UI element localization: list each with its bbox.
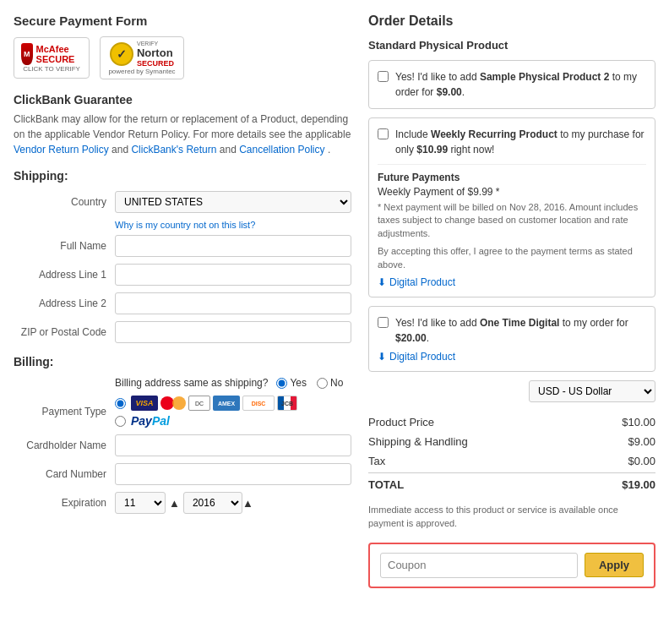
norton-check-icon: ✓ xyxy=(110,42,133,66)
address1-input[interactable] xyxy=(115,264,351,286)
country-select[interactable]: UNITED STATES xyxy=(115,191,351,213)
upsell1-box: Yes! I'd like to add Sample Physical Pro… xyxy=(368,60,655,109)
billing-title: Billing: xyxy=(14,355,351,368)
upsell2-text: Include Weekly Recurring Product to my p… xyxy=(395,127,646,157)
norton-name: Norton xyxy=(137,46,174,59)
billing-no-radio[interactable] xyxy=(317,378,328,389)
zip-label: ZIP or Postal Code xyxy=(14,326,115,338)
order-title: Order Details xyxy=(368,14,655,29)
mcafee-badge[interactable]: M McAfee SECURE CLICK TO VERIFY xyxy=(14,37,90,79)
billing-same-radio-group: Yes No xyxy=(276,377,343,389)
paypal-logo: PayPal xyxy=(131,414,170,428)
upsell3-digital-link[interactable]: ⬇ Digital Product xyxy=(378,351,646,363)
upsell2-box: Include Weekly Recurring Product to my p… xyxy=(368,117,655,297)
currency-select[interactable]: USD - US Dollar xyxy=(529,380,655,402)
billing-same-row: Billing address same as shipping? Yes No xyxy=(115,377,351,389)
card-number-row: Card Number xyxy=(14,463,351,485)
total-row: TOTAL $19.00 xyxy=(368,472,655,494)
billing-yes-option[interactable]: Yes xyxy=(276,377,307,389)
paypal-payment-option[interactable]: PayPal xyxy=(115,414,297,428)
guarantee-text: ClickBank may allow for the return or re… xyxy=(14,112,351,157)
shipping-title: Shipping: xyxy=(14,169,351,183)
upsell2-digital-link[interactable]: ⬇ Digital Product xyxy=(378,276,646,288)
cardholder-input[interactable] xyxy=(115,434,351,456)
future-payments: Future Payments Weekly Payment of $9.99 … xyxy=(378,164,646,288)
card-number-label: Card Number xyxy=(14,468,115,480)
norton-verify-text: VERIFY xyxy=(137,41,174,46)
product-section-title: Standard Physical Product xyxy=(368,39,655,52)
product-price-row: Product Price $10.00 xyxy=(368,412,655,432)
upsell1-text: Yes! I'd like to add Sample Physical Pro… xyxy=(395,69,646,100)
discover-icon: DISC xyxy=(242,396,275,411)
country-label: Country xyxy=(14,196,115,208)
zip-row: ZIP or Postal Code xyxy=(14,321,351,343)
address2-row: Address Line 2 xyxy=(14,292,351,314)
vendor-return-link[interactable]: Vendor Return Policy xyxy=(14,144,109,156)
billing-yes-radio[interactable] xyxy=(276,378,287,389)
future-weekly: Weekly Payment of $9.99 * xyxy=(378,186,646,198)
card-number-input[interactable] xyxy=(115,463,351,485)
shipping-price-label: Shipping & Handling xyxy=(368,435,468,448)
billing-no-label: No xyxy=(330,377,343,389)
jcb-icon: JCB xyxy=(277,396,297,411)
left-column: Secure Payment Form M McAfee SECURE CLIC… xyxy=(14,14,351,588)
expiration-month-select[interactable]: 11 xyxy=(115,492,166,514)
apply-button[interactable]: Apply xyxy=(585,553,644,577)
shipping-price-value: $9.00 xyxy=(628,435,655,448)
address1-label: Address Line 1 xyxy=(14,269,115,281)
mcafee-click-verify: CLICK TO VERIFY xyxy=(23,65,80,73)
billing-section: Billing: Billing address same as shippin… xyxy=(14,355,351,514)
expiration-row: Expiration 11 ▲ 2016 ▲ xyxy=(14,492,351,514)
total-label: TOTAL xyxy=(368,478,404,491)
mcafee-shield-row: M McAfee SECURE xyxy=(21,43,82,65)
currency-row: USD - US Dollar xyxy=(368,380,655,402)
address2-input[interactable] xyxy=(115,292,351,314)
expiration-year-select[interactable]: 2016 xyxy=(183,492,242,514)
tax-price-value: $0.00 xyxy=(628,455,655,467)
total-value: $19.00 xyxy=(622,478,655,491)
paypal-payment-radio[interactable] xyxy=(115,416,126,427)
tax-price-row: Tax $0.00 xyxy=(368,451,655,471)
full-name-row: Full Name xyxy=(14,235,351,257)
card-payment-option[interactable]: VISA DC AMEX DISC xyxy=(115,396,297,411)
clickbank-return-link[interactable]: ClickBank's Return xyxy=(131,144,216,156)
payment-type-label: Payment Type xyxy=(14,406,115,418)
upsell1-checkbox[interactable] xyxy=(378,71,389,82)
card-icons: VISA DC AMEX DISC xyxy=(131,396,297,411)
country-row: Country UNITED STATES xyxy=(14,191,351,213)
future-agree: By accepting this offer, I agree to the … xyxy=(378,245,646,271)
mastercard-icon xyxy=(160,396,186,411)
billing-no-option[interactable]: No xyxy=(317,377,343,389)
coupon-input[interactable] xyxy=(380,553,578,578)
future-note: * Next payment will be billed on Nov 28,… xyxy=(378,201,646,240)
upsell3-checkbox[interactable] xyxy=(378,317,389,328)
payment-options: VISA DC AMEX DISC xyxy=(115,396,297,428)
norton-badge[interactable]: ✓ VERIFY Norton SECURED powered by Syman… xyxy=(100,36,184,79)
price-table: Product Price $10.00 Shipping & Handling… xyxy=(368,412,655,494)
guarantee-title: ClickBank Guarantee xyxy=(14,93,351,106)
upsell3-box: Yes! I'd like to add One Time Digital to… xyxy=(368,306,655,372)
norton-powered: powered by Symantec xyxy=(108,68,175,75)
full-name-label: Full Name xyxy=(14,240,115,252)
visa-icon: VISA xyxy=(131,396,158,411)
upsell3-text: Yes! I'd like to add One Time Digital to… xyxy=(395,315,646,346)
cancellation-policy-link[interactable]: Cancellation Policy xyxy=(239,144,324,156)
mcafee-name: McAfee SECURE xyxy=(36,44,82,64)
upsell2-checkbox[interactable] xyxy=(378,128,389,139)
shipping-section: Shipping: Country UNITED STATES Why is m… xyxy=(14,169,351,343)
expiration-label: Expiration xyxy=(14,497,115,509)
coupon-section: Apply xyxy=(368,543,655,588)
card-payment-radio[interactable] xyxy=(115,398,126,409)
payment-type-row: Payment Type VISA xyxy=(14,396,351,428)
zip-input[interactable] xyxy=(115,321,351,343)
future-title: Future Payments xyxy=(378,172,646,183)
cardholder-label: Cardholder Name xyxy=(14,439,115,451)
full-name-input[interactable] xyxy=(115,235,351,257)
download-icon-2: ⬇ xyxy=(378,351,386,363)
download-icon: ⬇ xyxy=(378,276,386,288)
guarantee-section: ClickBank Guarantee ClickBank may allow … xyxy=(14,93,351,157)
country-not-listed-link[interactable]: Why is my country not on this list? xyxy=(115,220,351,230)
billing-same-label: Billing address same as shipping? xyxy=(115,377,268,389)
norton-secured: SECURED xyxy=(137,59,174,68)
approval-note: Immediate access to this product or serv… xyxy=(368,503,655,531)
